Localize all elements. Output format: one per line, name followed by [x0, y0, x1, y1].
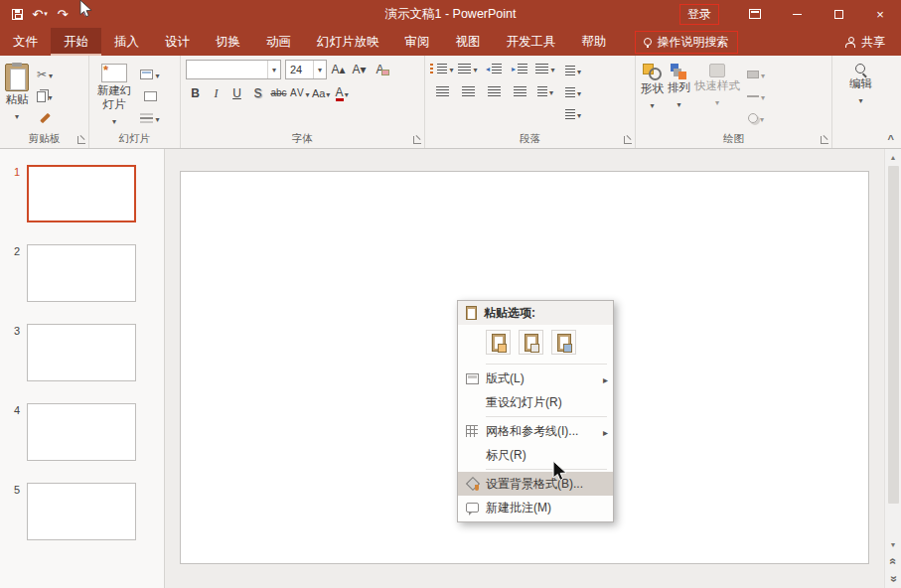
scroll-down-button[interactable] — [885, 536, 901, 552]
menu-item-label: 设置背景格式(B)... — [486, 476, 608, 493]
copy-button[interactable] — [33, 87, 57, 105]
align-right-button[interactable] — [482, 82, 506, 100]
cut-button[interactable] — [33, 66, 57, 83]
scrollbar-thumb[interactable] — [888, 166, 899, 504]
ribbon-tab-动画[interactable]: 动画 — [253, 28, 304, 56]
paste-use-destination-theme-button[interactable] — [486, 330, 511, 355]
save-button[interactable] — [6, 2, 28, 26]
menu-item[interactable]: 重设幻灯片(R) — [458, 390, 613, 414]
character-spacing-button[interactable]: AV — [290, 83, 310, 103]
scroll-up-button[interactable] — [885, 149, 901, 165]
line-spacing-button[interactable] — [533, 60, 557, 77]
slides-group: 新建幻灯片 幻灯片 — [89, 56, 181, 148]
share-button[interactable]: 共享 — [845, 34, 885, 51]
chevron-down-icon — [326, 86, 330, 100]
menu-item[interactable]: 设置背景格式(B)... — [458, 472, 613, 496]
close-button[interactable]: × — [859, 0, 901, 28]
paste-button[interactable]: 粘贴 — [5, 60, 29, 130]
ribbon-tab-帮助[interactable]: 帮助 — [569, 28, 620, 56]
chevron-down-icon — [345, 86, 349, 100]
ribbon-tab-审阅[interactable]: 审阅 — [392, 28, 443, 56]
increase-indent-button[interactable]: ▸ — [508, 60, 531, 77]
redo-button[interactable] — [52, 2, 74, 26]
lightbulb-icon — [644, 38, 652, 46]
slide-thumbnail-4[interactable] — [27, 403, 136, 461]
tell-me-box[interactable]: 操作说明搜索 — [636, 32, 737, 53]
ribbon-tab-插入[interactable]: 插入 — [101, 28, 152, 56]
quick-styles-icon — [709, 64, 725, 77]
strikethrough-button[interactable]: abc — [269, 83, 288, 103]
shapes-button[interactable]: 形状 — [641, 60, 664, 130]
ribbon-tab-开始[interactable]: 开始 — [51, 28, 101, 56]
previous-slide-button[interactable] — [885, 552, 901, 570]
editing-button[interactable]: 编辑 — [837, 60, 884, 105]
new-slide-button[interactable]: 新建幻灯片 — [94, 60, 134, 130]
text-direction-button[interactable] — [561, 62, 585, 79]
minimize-button[interactable] — [776, 0, 818, 28]
font-color-button[interactable]: A — [333, 83, 352, 103]
ribbon-tab-strip: 文件开始插入设计切换动画幻灯片放映审阅视图开发工具帮助 操作说明搜索 共享 — [0, 28, 901, 56]
shape-effects-button[interactable] — [744, 109, 768, 127]
align-center-button[interactable] — [456, 82, 480, 100]
bold-button[interactable]: B — [186, 83, 205, 103]
italic-button[interactable]: I — [207, 83, 225, 103]
clipboard-dialog-launcher[interactable] — [77, 136, 85, 144]
align-left-button[interactable] — [430, 82, 454, 100]
clear-formatting-button[interactable]: A — [371, 60, 389, 79]
slide-thumbnail-row: 4 — [8, 403, 164, 461]
shape-outline-button[interactable] — [744, 87, 768, 105]
font-size-select[interactable]: 24 — [285, 60, 327, 79]
vertical-scrollbar[interactable] — [884, 149, 901, 588]
slide-thumbnail-2[interactable] — [27, 244, 136, 302]
ribbon-tab-设计[interactable]: 设计 — [152, 28, 203, 56]
next-slide-button[interactable] — [885, 570, 901, 588]
ribbon-tab-切换[interactable]: 切换 — [203, 28, 253, 56]
decrease-font-size-button[interactable]: A▾ — [350, 60, 369, 79]
slide-thumbnail-1[interactable] — [27, 165, 136, 222]
slide-thumbnail-5[interactable] — [27, 483, 136, 540]
quick-styles-button[interactable]: 快速样式 — [694, 60, 740, 130]
arrange-button[interactable]: 排列 — [668, 60, 690, 130]
slide-layout-button[interactable] — [138, 66, 162, 83]
paragraph-dialog-launcher[interactable] — [624, 136, 632, 144]
sign-in-button[interactable]: 登录 — [680, 5, 718, 24]
paste-as-picture-button[interactable] — [551, 330, 576, 355]
collapse-ribbon-button[interactable] — [888, 133, 894, 145]
undo-button[interactable]: ▾ — [29, 2, 51, 26]
menu-item[interactable]: 版式(L) — [458, 367, 613, 390]
ribbon-tab-文件[interactable]: 文件 — [0, 28, 51, 56]
format-painter-button[interactable] — [33, 109, 57, 127]
underline-button[interactable]: U — [227, 83, 246, 103]
slide-thumbnail-3[interactable] — [27, 324, 136, 381]
menu-item[interactable]: 新建批注(M) — [458, 496, 613, 519]
numbering-button[interactable] — [456, 60, 480, 77]
columns-button[interactable] — [533, 82, 557, 100]
shape-fill-button[interactable] — [744, 66, 768, 83]
maximize-button[interactable] — [818, 0, 859, 28]
ribbon-display-options-button[interactable] — [734, 0, 776, 28]
section-button[interactable] — [138, 109, 162, 127]
convert-to-smartart-button[interactable] — [561, 105, 585, 123]
shape-outline-icon — [747, 95, 759, 97]
ribbon-tab-开发工具[interactable]: 开发工具 — [494, 28, 569, 56]
text-shadow-button[interactable]: S — [248, 83, 267, 103]
shapes-label: 形状 — [641, 82, 664, 96]
menu-item[interactable]: 网格和参考线(I)... — [458, 419, 613, 443]
increase-font-size-button[interactable]: A▴ — [329, 60, 348, 79]
customize-quick-access-button[interactable]: ▾ — [75, 2, 96, 26]
reset-slide-button[interactable] — [138, 87, 162, 105]
paste-keep-source-formatting-button[interactable] — [519, 330, 543, 355]
change-case-button[interactable]: Aa — [312, 83, 331, 103]
ribbon-tab-视图[interactable]: 视图 — [443, 28, 494, 56]
paste-dropdown-icon — [15, 109, 19, 121]
redo-icon — [58, 7, 69, 22]
align-text-button[interactable] — [561, 83, 585, 101]
bullets-button[interactable] — [430, 60, 454, 77]
ribbon-tab-幻灯片放映[interactable]: 幻灯片放映 — [304, 28, 392, 56]
font-dialog-launcher[interactable] — [413, 136, 421, 144]
justify-button[interactable] — [508, 82, 531, 100]
menu-item[interactable]: 标尺(R) — [458, 443, 613, 467]
font-name-select[interactable] — [186, 60, 281, 79]
decrease-indent-button[interactable]: ◂ — [482, 60, 506, 77]
drawing-dialog-launcher[interactable] — [821, 136, 828, 144]
